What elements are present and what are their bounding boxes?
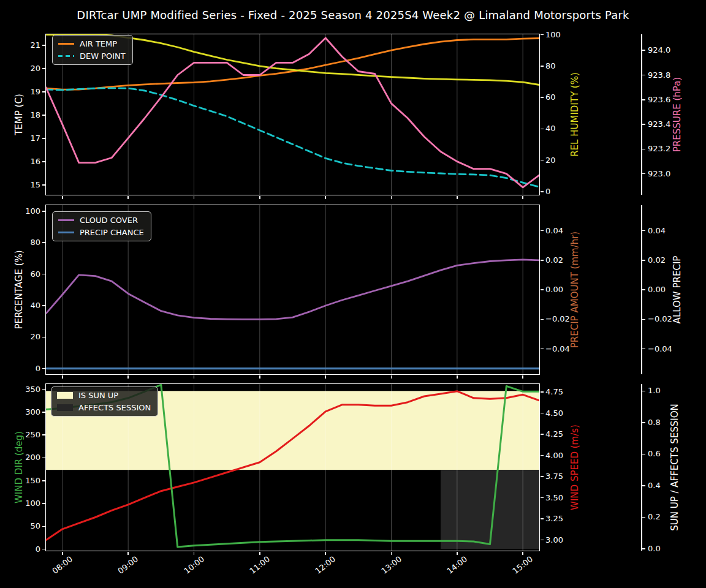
y-tick-mark bbox=[541, 260, 544, 261]
y-tick-label: 0.00 bbox=[545, 285, 563, 295]
y-tick-label: 20 bbox=[10, 64, 40, 74]
y-tick-mark bbox=[42, 389, 45, 390]
y-axis-label-sun-session: SUN UP / AFFECTS SESSION bbox=[669, 404, 680, 531]
y-tick-label: 19 bbox=[10, 87, 40, 97]
y-tick-label: 3.00 bbox=[545, 535, 563, 545]
y-tick-mark bbox=[42, 274, 45, 275]
y-tick-label: 18 bbox=[10, 110, 40, 120]
x-tick-mark bbox=[127, 196, 129, 199]
y-tick-mark bbox=[642, 517, 645, 518]
y-axis-label-rel-humidity: REL HUMIDITY (%) bbox=[569, 72, 580, 157]
y-tick-label: 50 bbox=[10, 521, 40, 531]
x-tick-mark bbox=[259, 375, 260, 379]
x-tick-mark bbox=[194, 375, 195, 379]
y-tick-label: 3.25 bbox=[545, 514, 563, 524]
y-tick-mark bbox=[42, 305, 45, 306]
y-tick-label: 0.04 bbox=[648, 226, 666, 236]
y-tick-label: 923.4 bbox=[648, 119, 670, 129]
legend-dashed-chip bbox=[58, 55, 74, 57]
legend-label: DEW POINT bbox=[80, 51, 126, 61]
y-tick-label: 0 bbox=[545, 187, 550, 197]
y-tick-label: 4.25 bbox=[545, 429, 563, 439]
y-tick-label: 0.00 bbox=[648, 285, 666, 295]
y-tick-mark bbox=[42, 138, 45, 139]
legend-line-chip bbox=[58, 219, 74, 221]
y-tick-label: 3.50 bbox=[545, 493, 563, 503]
legend-line-chip bbox=[58, 43, 74, 45]
y-tick-mark bbox=[541, 413, 544, 414]
y-tick-mark bbox=[642, 75, 645, 76]
y-tick-mark bbox=[42, 45, 45, 46]
y-tick-mark bbox=[541, 230, 544, 232]
y-tick-label: 4.75 bbox=[545, 387, 563, 397]
y-tick-mark bbox=[642, 485, 645, 486]
y-tick-label: 0.02 bbox=[648, 255, 666, 265]
x-tick-label: 13:00 bbox=[359, 554, 403, 588]
y-axis-label-allow-precip: ALLOW PRECIP bbox=[672, 256, 683, 324]
x-tick-mark bbox=[62, 375, 63, 379]
legend-panel-1: AIR TEMPDEW POINT bbox=[52, 35, 133, 65]
x-tick-label: 12:00 bbox=[293, 554, 337, 588]
legend-item: DEW POINT bbox=[58, 51, 126, 61]
x-tick-label: 08:00 bbox=[30, 554, 74, 588]
secondary-spine-panel-3 bbox=[641, 384, 642, 551]
legend-label: IS SUN UP bbox=[78, 391, 118, 400]
y-tick-label: 0 bbox=[10, 364, 40, 374]
legend-line-chip bbox=[58, 232, 74, 233]
legend-item: CLOUD COVER bbox=[58, 216, 144, 225]
x-tick-mark bbox=[194, 196, 195, 199]
legend-patch-chip bbox=[57, 404, 73, 411]
x-tick-mark bbox=[391, 552, 392, 555]
y-tick-mark bbox=[642, 548, 645, 549]
legend-label: AFFECTS SESSION bbox=[78, 403, 151, 412]
y-tick-label: 80 bbox=[545, 61, 556, 71]
y-tick-mark bbox=[42, 337, 45, 338]
y-tick-label: 16 bbox=[10, 157, 40, 167]
y-tick-mark bbox=[42, 434, 45, 435]
legend-item: PRECIP CHANCE bbox=[58, 228, 144, 237]
x-tick-mark bbox=[62, 552, 63, 555]
y-tick-label: 20 bbox=[545, 156, 556, 165]
legend-item: AIR TEMP bbox=[58, 39, 126, 48]
y-axis-label-precip-amount: PRECIP AMOUNT (mm/hr) bbox=[569, 232, 580, 348]
y-tick-mark bbox=[541, 455, 544, 456]
y-tick-mark bbox=[642, 349, 645, 350]
x-tick-mark bbox=[522, 196, 523, 199]
y-tick-mark bbox=[541, 497, 544, 499]
y-tick-mark bbox=[642, 260, 645, 261]
y-tick-label: 100 bbox=[10, 499, 40, 508]
y-tick-label: 15 bbox=[10, 180, 40, 190]
y-tick-mark bbox=[42, 91, 45, 92]
y-tick-label: 924.0 bbox=[648, 45, 670, 55]
legend-panel-3: IS SUN UPAFFECTS SESSION bbox=[51, 386, 158, 417]
y-tick-label: 20 bbox=[10, 332, 40, 342]
x-tick-mark bbox=[522, 375, 523, 379]
y-tick-mark bbox=[642, 422, 645, 423]
y-tick-label: 250 bbox=[10, 430, 40, 440]
legend-patch-chip bbox=[57, 392, 73, 399]
y-tick-mark bbox=[541, 129, 544, 130]
y-tick-label: −0.02 bbox=[545, 314, 570, 324]
y-axis-label-percentage: PERCENTAGE (%) bbox=[13, 250, 25, 329]
x-tick-mark bbox=[391, 196, 392, 199]
y-tick-mark bbox=[541, 289, 544, 290]
x-tick-mark bbox=[62, 196, 63, 199]
y-tick-mark bbox=[541, 191, 544, 192]
x-tick-label: 09:00 bbox=[96, 554, 140, 588]
y-tick-mark bbox=[642, 173, 645, 175]
y-tick-label: 300 bbox=[10, 407, 40, 417]
y-tick-mark bbox=[42, 211, 45, 212]
y-tick-mark bbox=[42, 480, 45, 481]
y-tick-label: −0.04 bbox=[545, 344, 570, 354]
x-tick-mark bbox=[127, 552, 129, 555]
y-tick-label: 60 bbox=[10, 270, 40, 279]
y-tick-mark bbox=[42, 68, 45, 69]
y-tick-mark bbox=[42, 526, 45, 527]
y-tick-mark bbox=[541, 434, 544, 435]
y-tick-mark bbox=[642, 99, 645, 100]
y-axis-label-wind-speed: WIND SPEED (m/s) bbox=[569, 424, 580, 510]
x-tick-mark bbox=[325, 196, 326, 199]
y-tick-label: 0.0 bbox=[648, 544, 661, 554]
y-axis-label-pressure: PRESSURE (hPa) bbox=[672, 77, 683, 152]
x-tick-mark bbox=[457, 196, 458, 199]
